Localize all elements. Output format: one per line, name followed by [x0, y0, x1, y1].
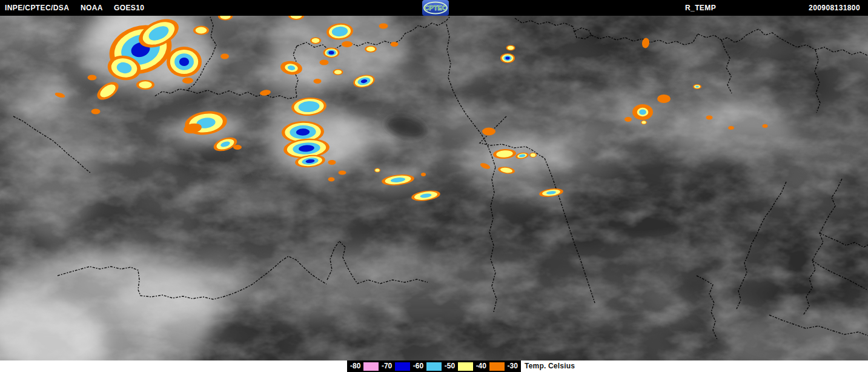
storm-cell: [342, 41, 353, 47]
storm-cell: [500, 53, 515, 63]
legend-title: Temp. Celsius: [525, 360, 575, 372]
storm-cell: [91, 109, 101, 115]
storm-cell: [374, 168, 380, 173]
storm-cell: [314, 79, 322, 84]
legend-swatch-blue: [395, 362, 410, 371]
storm-cell: [328, 178, 335, 182]
storm-cell: [220, 54, 229, 59]
storm-cell: [624, 117, 632, 122]
storm-cell-ring: [624, 117, 632, 122]
storm-cell-ring: [695, 85, 699, 87]
header-bar: INPE/CPTEC/DSA NOAA GOES10 CPTEC R_TEMP …: [0, 0, 868, 16]
storm-cell: [529, 153, 537, 158]
storm-cell: [233, 145, 242, 150]
storm-cell-ring: [508, 46, 514, 50]
legend-label: -40: [476, 360, 486, 372]
storm-cell-ring: [334, 70, 342, 74]
storm-cell-ring: [328, 160, 336, 165]
storm-cell-ring: [375, 168, 379, 171]
storm-cell: [333, 69, 343, 75]
storm-cell: [323, 48, 340, 58]
storm-cell: [506, 45, 515, 51]
storm-cell-ring: [91, 109, 101, 115]
storm-cell: [763, 124, 768, 128]
storm-cell-ring: [391, 42, 399, 47]
legend-label: -80: [350, 360, 360, 372]
satellite-map-canvas: [0, 16, 868, 360]
storm-cell: [482, 128, 495, 136]
storm-cell-ring: [763, 124, 768, 128]
storm-cell-ring: [706, 116, 713, 120]
storm-cell: [421, 173, 426, 176]
storm-cell-ring: [220, 54, 229, 59]
storm-cell: [136, 80, 154, 90]
source-label: INPE/CPTEC/DSA: [5, 0, 69, 16]
legend-scale: -80 -70 -60 -50 -40 -30: [347, 360, 521, 372]
legend-label: -70: [382, 360, 392, 372]
storm-cell-ring: [196, 27, 207, 34]
storm-cell-ring: [505, 57, 509, 60]
storm-cell-ring: [728, 126, 734, 130]
storm-cell: [328, 160, 336, 165]
storm-cell: [657, 95, 671, 103]
storm-cell-ring: [233, 145, 242, 150]
satellite-label: GOES10: [114, 0, 144, 16]
storm-cell-ring: [482, 128, 495, 136]
legend-swatch-pink: [363, 362, 379, 371]
product-label: R_TEMP: [685, 0, 716, 16]
storm-cell-ring: [182, 78, 193, 84]
storm-cell: [310, 38, 321, 44]
legend-label: -60: [413, 360, 423, 372]
storm-cell-ring: [339, 171, 346, 175]
satellite-product-window: INPE/CPTEC/DSA NOAA GOES10 CPTEC R_TEMP …: [0, 0, 868, 372]
timestamp-label: 200908131800: [809, 0, 860, 16]
storm-cell: [365, 46, 377, 53]
storm-cell: [88, 75, 97, 81]
legend-swatch-yellow: [458, 362, 473, 371]
storm-cell-ring: [342, 41, 353, 47]
storm-cell-ring: [657, 95, 671, 103]
storm-cell: [706, 116, 713, 120]
storm-cell: [339, 171, 346, 175]
storm-cell-ring: [531, 153, 536, 157]
legend-label: -50: [445, 360, 455, 372]
storm-cell: [379, 24, 388, 29]
storm-cell-ring: [312, 38, 320, 43]
storm-cell: [641, 121, 647, 125]
storm-cell: [693, 84, 701, 89]
storm-cell: [193, 26, 209, 35]
storm-cell-ring: [379, 24, 388, 29]
storm-cell-ring: [366, 47, 375, 51]
cptec-logo: CPTEC: [422, 0, 449, 16]
storm-cell-ring: [139, 81, 152, 88]
legend-bar: -80 -70 -60 -50 -40 -30 Temp. Celsius: [0, 360, 868, 372]
legend-label: -30: [508, 360, 518, 372]
storm-cell-ring: [328, 178, 335, 182]
storm-cell: [728, 126, 734, 130]
storm-cell-ring: [421, 173, 426, 176]
storm-cell-ring: [179, 58, 189, 66]
cptec-logo-icon: CPTEC: [422, 0, 449, 16]
satellite-map: [0, 16, 868, 360]
storm-cell: [182, 78, 193, 84]
storm-cell: [391, 42, 399, 47]
storm-cell: [320, 60, 329, 65]
storm-cell-ring: [641, 121, 646, 124]
legend-swatch-cyan: [426, 362, 442, 371]
storm-cell: [632, 104, 653, 120]
storm-cell-ring: [328, 51, 334, 55]
storm-cell-ring: [320, 60, 329, 65]
storm-cell-ring: [314, 79, 322, 84]
storm-cell-ring: [88, 75, 97, 81]
storm-cell-ring: [639, 109, 646, 115]
legend-swatch-orange: [489, 362, 505, 371]
svg-text:CPTEC: CPTEC: [424, 4, 446, 12]
storm-cell: [167, 47, 202, 77]
agency-label: NOAA: [81, 0, 103, 16]
